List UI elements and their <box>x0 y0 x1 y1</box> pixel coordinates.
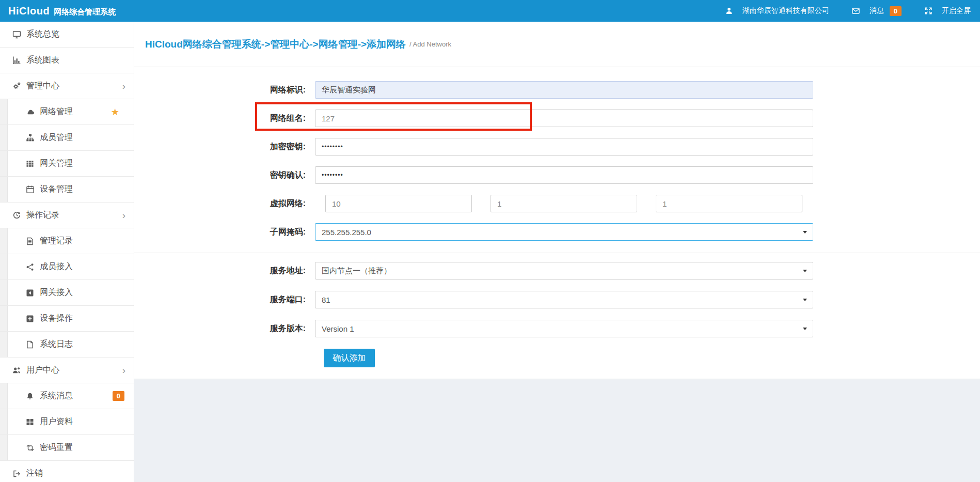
virtual-network-octet2-input[interactable] <box>491 195 637 212</box>
sidebar-item-label: 网络管理 <box>40 106 73 117</box>
breadcrumb-bar: HiCloud网络综合管理系统->管理中心->网络管理->添加网络 / Add … <box>134 22 980 67</box>
sidebar-item-system-log[interactable]: 系统日志 <box>0 332 134 357</box>
key-confirm-row: 密钥确认: <box>134 166 980 184</box>
sidebar-item-device-management[interactable]: 设备管理 <box>0 177 134 203</box>
server-version-label: 服务版本: <box>134 323 315 334</box>
sidebar-item-label: 系统消息 <box>40 391 73 401</box>
subnet-mask-label: 子网掩码: <box>134 227 315 238</box>
users-icon <box>11 366 22 375</box>
confirm-add-button[interactable]: 确认添加 <box>324 349 375 367</box>
submit-row: 确认添加 <box>134 349 980 379</box>
server-version-value: Version 1 <box>322 324 354 333</box>
calendar-icon <box>25 185 35 194</box>
server-address-select[interactable]: 国内节点一（推荐） <box>315 262 813 279</box>
sidebar-item-member-access[interactable]: 成员接入 <box>0 254 134 280</box>
sidebar-item-label: 密码重置 <box>40 442 73 453</box>
sidebar-item-label: 成员管理 <box>40 132 73 143</box>
server-address-row: 服务地址: 国内节点一（推荐） <box>134 262 980 279</box>
sidebar-item-gateway-access[interactable]: 网关接入 <box>0 280 134 306</box>
sidebar-item-admin-records[interactable]: 管理记录 <box>0 228 134 254</box>
sidebar-item-label: 成员接入 <box>40 261 73 272</box>
gears-icon <box>11 82 22 90</box>
caret-square-left-icon <box>25 289 35 297</box>
cloud-icon <box>25 107 35 116</box>
sidebar-nav: 系统总览 系统图表 管理中心 › 网络管理 ★ 成员管理 <box>0 22 134 482</box>
sidebar-item-label: 网关管理 <box>40 158 73 169</box>
fullscreen-toggle[interactable]: 开启全屏 <box>923 6 971 15</box>
share-icon <box>25 263 35 271</box>
caret-down-icon <box>803 299 807 303</box>
fullscreen-label: 开启全屏 <box>942 6 971 15</box>
desktop-icon <box>11 30 22 39</box>
encryption-key-input[interactable] <box>315 138 813 156</box>
sidebar-item-network-management[interactable]: 网络管理 ★ <box>0 99 134 125</box>
file-icon <box>25 340 35 349</box>
subnet-mask-select[interactable]: 255.255.255.0 <box>315 223 813 241</box>
key-confirm-label: 密钥确认: <box>134 170 315 181</box>
virtual-network-row: 虚拟网络: <box>134 195 980 212</box>
sidebar-item-member-management[interactable]: 成员管理 <box>0 125 134 151</box>
sitemap-icon <box>25 133 35 142</box>
bell-icon <box>25 392 35 400</box>
sidebar-item-operation-records[interactable]: 操作记录 › <box>0 203 134 228</box>
sidebar-item-label: 系统总览 <box>26 29 59 40</box>
virtual-network-inputs <box>315 195 802 212</box>
caret-down-icon <box>803 231 807 236</box>
sign-out-icon <box>11 470 22 478</box>
file-text-icon <box>25 237 35 245</box>
server-port-value: 81 <box>322 296 330 304</box>
server-port-select[interactable]: 81 <box>315 291 813 308</box>
company-name: 湖南华辰智通科技有限公司 <box>742 6 829 15</box>
envelope-icon <box>851 7 861 15</box>
network-id-input[interactable] <box>315 81 813 99</box>
sidebar-item-logout[interactable]: 注销 <box>0 461 134 482</box>
subnet-mask-row: 子网掩码: 255.255.255.0 <box>134 223 980 241</box>
bar-chart-icon <box>11 56 22 65</box>
sidebar-item-gateway-management[interactable]: 网关管理 <box>0 151 134 177</box>
brand-subtitle: 网络综合管理系统 <box>54 7 116 17</box>
star-icon: ★ <box>111 107 119 117</box>
brand-logo-text: HiCloud <box>8 5 50 17</box>
sidebar-item-label: 设备管理 <box>40 184 73 195</box>
sidebar-item-label: 操作记录 <box>26 210 59 221</box>
sidebar-item-user-profile[interactable]: 用户资料 <box>0 409 134 435</box>
messages-count-badge: 0 <box>890 6 902 16</box>
server-version-select[interactable]: Version 1 <box>315 320 813 337</box>
sidebar-item-label: 管理中心 <box>26 81 59 91</box>
chevron-right-icon: › <box>122 81 125 91</box>
sidebar-item-system-charts[interactable]: 系统图表 <box>0 48 134 73</box>
sidebar-item-password-reset[interactable]: 密码重置 <box>0 435 134 461</box>
sidebar-item-admin-center[interactable]: 管理中心 › <box>0 73 134 99</box>
messages-menu[interactable]: 消息 0 <box>851 6 902 16</box>
app-brand: HiCloud 网络综合管理系统 <box>8 5 116 17</box>
chevron-right-icon: › <box>122 365 125 375</box>
message-count-badge: 0 <box>113 391 124 401</box>
retweet-icon <box>25 444 35 452</box>
grid-icon <box>25 160 35 168</box>
grid-large-icon <box>25 418 35 426</box>
history-icon <box>11 211 22 220</box>
virtual-network-octet1-input[interactable] <box>325 195 472 212</box>
plus-square-icon <box>25 315 35 323</box>
server-address-value: 国内节点一（推荐） <box>322 266 391 276</box>
sidebar-item-user-center[interactable]: 用户中心 › <box>0 357 134 383</box>
group-name-label: 网络组名: <box>134 113 315 124</box>
virtual-network-label: 虚拟网络: <box>134 198 315 209</box>
virtual-network-octet3-input[interactable] <box>656 195 802 212</box>
section-divider <box>134 253 980 253</box>
sidebar-item-device-operation[interactable]: 设备操作 <box>0 306 134 332</box>
caret-down-icon <box>803 270 807 274</box>
account-menu[interactable]: 湖南华辰智通科技有限公司 <box>724 6 829 15</box>
key-confirm-input[interactable] <box>315 166 813 184</box>
user-icon <box>724 7 734 15</box>
subnet-mask-value: 255.255.255.0 <box>322 228 371 237</box>
sidebar-item-label: 注销 <box>26 468 43 479</box>
sidebar-item-label: 用户中心 <box>26 365 59 376</box>
sidebar-item-system-messages[interactable]: 系统消息 0 <box>0 383 134 409</box>
sidebar-item-system-overview[interactable]: 系统总览 <box>0 22 134 48</box>
sidebar-item-label: 设备操作 <box>40 313 73 324</box>
group-name-input[interactable] <box>315 110 813 127</box>
breadcrumb: HiCloud网络综合管理系统->管理中心->网络管理->添加网络 <box>145 38 406 51</box>
network-id-label: 网络标识: <box>134 85 315 96</box>
messages-label: 消息 <box>870 6 884 15</box>
